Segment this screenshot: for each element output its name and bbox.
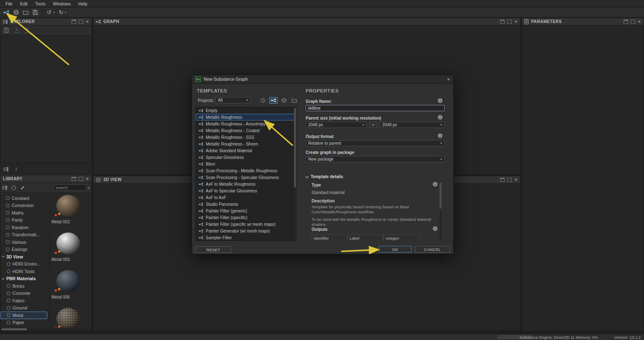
library-tree-item[interactable]: 3D View — [0, 253, 47, 261]
library-tree-item[interactable]: Various — [0, 238, 47, 246]
template-list-scrollbar[interactable] — [294, 107, 296, 240]
link-size-button[interactable] — [369, 122, 377, 128]
template-list-item[interactable]: Empty — [196, 107, 296, 114]
redo-history-caret-icon[interactable]: ▾ — [65, 11, 66, 14]
template-list-item[interactable]: Scan Processing - Specular Glossiness — [196, 174, 296, 181]
material-thumbnail[interactable]: Metal 006 — [51, 268, 92, 306]
template-list-item[interactable]: Metallic Roughness - Coated — [196, 127, 296, 134]
menu-item[interactable]: Windows — [49, 0, 75, 8]
library-tree-item[interactable]: Random — [0, 224, 47, 231]
globe-icon[interactable] — [13, 10, 19, 15]
output-format-select[interactable]: Relative to parent ▾ — [306, 140, 445, 146]
cancel-button[interactable]: CANCEL — [415, 246, 450, 253]
template-list-item[interactable]: Adobe Standard Material — [196, 147, 296, 154]
filter-list-icon[interactable] — [2, 185, 8, 190]
template-list-item[interactable]: AxF to AxF — [196, 194, 296, 201]
maximize-panel-icon[interactable] — [79, 20, 83, 24]
template-list-item[interactable]: Sampler Filter — [196, 234, 296, 241]
folder-templates-icon[interactable] — [290, 97, 299, 104]
close-panel-icon[interactable]: × — [86, 177, 89, 181]
library-tree-item[interactable]: Parity — [0, 217, 47, 224]
ok-button[interactable]: OK — [379, 246, 411, 253]
dialog-titlebar[interactable]: Ds New Substance Graph × — [192, 75, 453, 84]
material-thumbnail[interactable]: Metal 003 — [51, 230, 92, 268]
library-tree-item[interactable]: Metal — [0, 312, 47, 319]
close-panel-icon[interactable]: × — [86, 20, 89, 24]
search-options-icon[interactable]: » — [87, 185, 90, 190]
template-list-item[interactable]: Metallic Roughness - Sheen — [196, 141, 296, 147]
search-input[interactable] — [54, 184, 86, 191]
info-icon[interactable]: i — [438, 98, 442, 103]
library-tree-item[interactable]: Bricks — [0, 282, 47, 290]
dialog-close-icon[interactable]: × — [447, 76, 450, 82]
close-panel-icon[interactable]: × — [514, 178, 518, 182]
library-tree-item[interactable]: Concrete — [0, 290, 47, 297]
close-panel-icon[interactable]: × — [514, 20, 518, 24]
library-tree-item[interactable]: HDRI Enviro... — [0, 261, 47, 268]
template-list-item[interactable]: AxF to Specular Glossiness — [196, 187, 296, 194]
details-scrollbar[interactable] — [440, 182, 442, 240]
template-list-item[interactable]: Studio Panorama — [196, 201, 296, 207]
library-tree-item[interactable]: Fabric — [0, 297, 47, 304]
save-package-icon[interactable] — [4, 28, 9, 33]
template-list-item[interactable]: Metallic Roughness — [196, 114, 296, 120]
library-tree-item[interactable]: Maths — [0, 209, 47, 217]
library-tree-item[interactable]: Paper — [0, 319, 47, 327]
template-list-item[interactable]: Painter Generator (w/ mesh maps) — [196, 228, 296, 234]
close-panel-icon[interactable]: × — [638, 20, 641, 24]
float-panel-icon[interactable] — [72, 20, 76, 24]
redo-icon[interactable]: ↻ — [59, 10, 63, 15]
projects-select[interactable]: All ▾ — [215, 97, 250, 103]
maximize-panel-icon[interactable] — [631, 20, 635, 24]
info-icon[interactable]: i — [438, 115, 442, 120]
library-tree-item[interactable]: Easings — [0, 246, 47, 253]
width-select[interactable]: 2048 px ▾ — [306, 122, 367, 128]
undo-icon[interactable]: ↺ — [47, 10, 51, 15]
package-select[interactable]: New package ▾ — [306, 156, 445, 162]
graph-templates-icon[interactable] — [269, 97, 278, 104]
menu-item[interactable]: File — [2, 0, 16, 8]
menu-item[interactable]: Edit — [16, 0, 31, 8]
library-tree-item[interactable]: Transformati... — [0, 231, 47, 239]
info-view-icon[interactable]: i — [15, 166, 17, 172]
save-icon[interactable] — [33, 10, 38, 15]
recent-templates-icon[interactable] — [259, 97, 267, 104]
maximize-panel-icon[interactable] — [79, 177, 83, 181]
library-tree-item[interactable]: Ground — [0, 304, 47, 312]
template-list-item[interactable]: Painter Filter (specific) — [196, 214, 296, 221]
reset-button[interactable]: RESET — [195, 246, 231, 253]
template-list-item[interactable]: Painter Filter (generic) — [196, 207, 296, 214]
float-panel-icon[interactable] — [500, 178, 505, 182]
maximize-panel-icon[interactable] — [507, 178, 512, 182]
import-icon[interactable] — [14, 28, 20, 33]
material-thumbnail[interactable] — [51, 306, 92, 327]
template-list-item[interactable]: Metallic Roughness - SSS — [196, 134, 296, 141]
graph-name-input[interactable] — [306, 105, 445, 111]
info-icon[interactable]: i — [433, 182, 437, 187]
template-list-item[interactable]: Scan Processing - Metallic Roughness — [196, 167, 296, 174]
template-list-item[interactable]: Metallic Roughness - Anisotropy — [196, 120, 296, 127]
undo-history-caret-icon[interactable]: ▾ — [53, 11, 55, 14]
library-tree-item[interactable]: PBR Materials — [0, 275, 47, 283]
template-list-item[interactable]: AxF to Metallic Roughness — [196, 181, 296, 187]
edit-pencil-icon[interactable] — [20, 185, 25, 190]
template-details-toggle[interactable]: Template details — [306, 174, 343, 179]
material-thumbnail[interactable]: Metal 002 — [51, 193, 92, 230]
info-icon[interactable]: i — [438, 133, 442, 138]
package-templates-icon[interactable] — [280, 97, 288, 104]
new-substance-graph-icon[interactable] — [3, 10, 9, 15]
menu-item[interactable]: Tools — [31, 0, 49, 8]
refresh-icon[interactable] — [11, 185, 16, 190]
outline-view-icon[interactable] — [3, 167, 9, 171]
info-icon[interactable]: i — [433, 226, 437, 231]
float-panel-icon[interactable] — [72, 177, 76, 181]
library-tree-item[interactable]: Conversion — [0, 202, 47, 210]
horizontal-scrollbar[interactable] — [0, 328, 92, 331]
float-panel-icon[interactable] — [500, 20, 505, 24]
library-tree-item[interactable]: Constant — [0, 194, 47, 202]
open-folder-icon[interactable] — [23, 10, 28, 15]
template-list-item[interactable]: Blinn — [196, 161, 296, 167]
menu-item[interactable]: Help — [74, 0, 91, 8]
library-tree-item[interactable]: HDRI Tools — [0, 268, 47, 275]
template-list-item[interactable]: Painter Filter (specific w/ mesh maps) — [196, 221, 296, 228]
